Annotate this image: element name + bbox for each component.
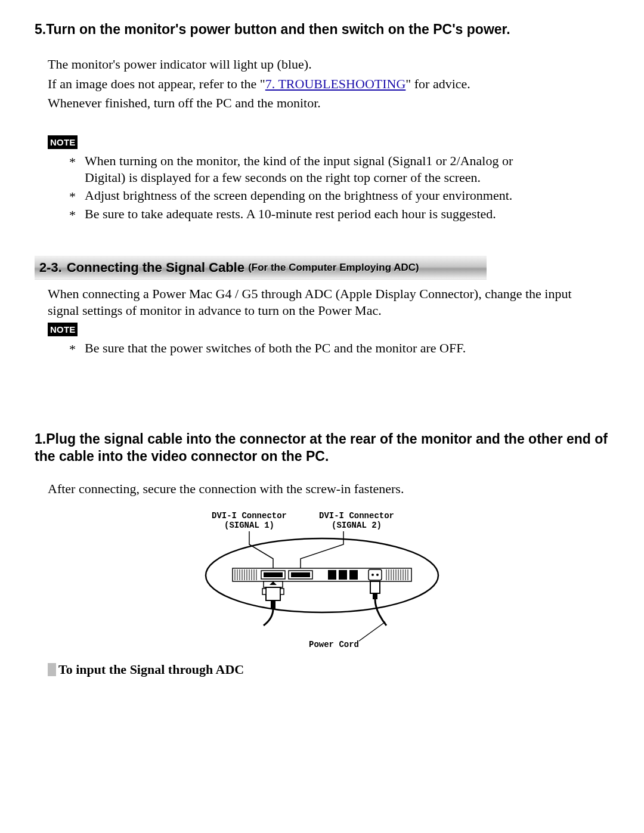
bullet-marker-icon xyxy=(48,663,56,676)
step5-line2-b: " for advice. xyxy=(405,76,470,91)
step-5-heading: 5.Turn on the monitor's power button and… xyxy=(35,21,609,38)
svg-text:DVI-I Connector: DVI-I Connector xyxy=(319,511,394,521)
svg-text:(SIGNAL 2): (SIGNAL 2) xyxy=(332,521,382,530)
note-badge: NOTE xyxy=(48,135,78,149)
section23-intro: When connecting a Power Mac G4 / G5 thro… xyxy=(48,286,574,319)
svg-text:DVI-I Connector: DVI-I Connector xyxy=(212,511,287,521)
svg-rect-13 xyxy=(264,572,283,577)
section-2-3-body: When connecting a Power Mac G4 / G5 thro… xyxy=(48,286,574,357)
svg-point-20 xyxy=(371,574,374,576)
adc-subheading-row: To input the Signal through ADC xyxy=(48,661,609,678)
step5-line2-a: If an image does not appear, refer to th… xyxy=(48,76,265,91)
section-2-3-bar: 2-3. Connecting the Signal Cable (For th… xyxy=(35,256,487,280)
step5-line3: Whenever finished, turn off the PC and t… xyxy=(48,95,574,112)
step-1-adc-body: After connecting, secure the connection … xyxy=(48,481,574,497)
svg-rect-16 xyxy=(328,570,336,580)
svg-text:Power Cord: Power Cord xyxy=(309,640,359,649)
step-5-body: The monitor's power indicator will light… xyxy=(48,56,574,222)
svg-rect-35 xyxy=(262,589,266,594)
step5-line1: The monitor's power indicator will light… xyxy=(48,56,574,73)
list-item: Be sure to take adequate rests. A 10-min… xyxy=(64,206,550,222)
svg-rect-17 xyxy=(339,570,347,580)
step5-line2: If an image does not appear, refer to th… xyxy=(48,76,574,92)
adc-subheading: To input the Signal through ADC xyxy=(58,661,244,678)
svg-rect-40 xyxy=(373,593,377,599)
section-number: 2-3. xyxy=(39,259,62,276)
svg-rect-18 xyxy=(349,570,358,580)
svg-rect-36 xyxy=(280,589,284,594)
step5-note-list: When turning on the monitor, the kind of… xyxy=(64,153,550,222)
step1b-line1: After connecting, secure the connection … xyxy=(48,481,574,497)
section-subtitle: (For the Computer Employing ADC) xyxy=(248,261,419,274)
connector-diagram-figure: DVI-I Connector (SIGNAL 1) DVI-I Connect… xyxy=(35,509,609,652)
svg-text:(SIGNAL 1): (SIGNAL 1) xyxy=(224,521,274,530)
list-item: Adjust brightness of the screen dependin… xyxy=(64,187,550,204)
step-1-adc-heading: 1.Plug the signal cable into the connect… xyxy=(35,431,609,466)
list-item: When turning on the monitor, the kind of… xyxy=(64,153,550,186)
section-title: Connecting the Signal Cable xyxy=(67,259,244,276)
svg-rect-39 xyxy=(370,581,380,593)
svg-rect-34 xyxy=(266,587,280,600)
svg-rect-19 xyxy=(369,569,382,580)
note-badge: NOTE xyxy=(48,323,78,336)
svg-rect-37 xyxy=(271,600,275,609)
svg-rect-15 xyxy=(291,572,310,577)
section23-note-list: Be sure that the power switches of both … xyxy=(64,340,550,357)
svg-rect-1 xyxy=(233,568,411,581)
svg-point-21 xyxy=(376,574,379,576)
troubleshooting-link[interactable]: 7. TROUBLESHOOTING xyxy=(265,76,405,91)
connector-diagram-icon: DVI-I Connector (SIGNAL 1) DVI-I Connect… xyxy=(197,509,447,652)
list-item: Be sure that the power switches of both … xyxy=(64,340,550,357)
